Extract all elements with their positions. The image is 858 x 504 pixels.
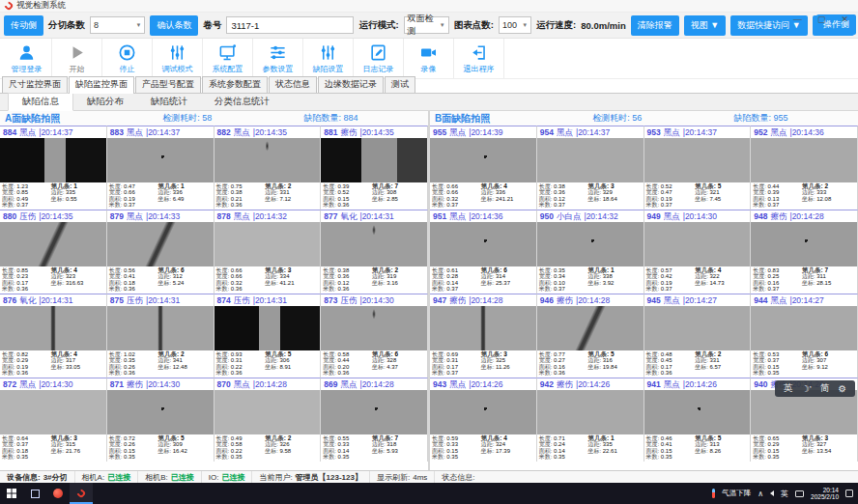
speaker-icon[interactable]: [770, 490, 774, 496]
action-tunev-button[interactable]: 缺陷设置: [303, 39, 354, 78]
action-tuneh-button[interactable]: 参数设置: [253, 39, 303, 78]
main-tab-3[interactable]: 系统参数配置: [202, 76, 268, 93]
ime-simplified-toggle[interactable]: 简: [820, 382, 830, 395]
defect-cell[interactable]: 946 擦伤 |20:14:28 长度: 0.77 宽度: 0.27 面积: 0…: [537, 294, 644, 378]
defect-cell[interactable]: 881 擦伤 |20:14:35 长度: 0.39 宽度: 0.52 面积: 0…: [321, 126, 428, 210]
main-tab-2[interactable]: 产品型号配置: [135, 76, 201, 93]
defect-cell[interactable]: 951 黑点 |20:14:36 长度: 0.61 宽度: 0.28 面积: 0…: [430, 210, 537, 294]
thermometer-icon: [712, 489, 715, 498]
drive-side-button[interactable]: 传动侧: [4, 15, 43, 36]
ime-indicator[interactable]: 英: [781, 489, 788, 499]
main-tab-6[interactable]: 测试: [385, 76, 415, 93]
minimize-button[interactable]: —: [793, 14, 802, 24]
strip-count-select[interactable]: 8▼: [90, 16, 145, 34]
defect-cell[interactable]: 954 黑点 |20:14:37 长度: 0.38 宽度: 0.36 面积: 0…: [537, 126, 644, 210]
action-stop-button[interactable]: 停止: [102, 39, 153, 78]
defect-time: |20:14:27: [683, 295, 717, 306]
defect-cell[interactable]: 953 黑点 |20:14:37 长度: 0.52 宽度: 0.47 面积: 0…: [644, 126, 752, 210]
defect-cell[interactable]: 949 黑点 |20:14:30 长度: 0.57 宽度: 0.42 面积: 0…: [644, 210, 752, 294]
clear-alarm-button[interactable]: 清除报警: [631, 15, 679, 36]
defect-cell[interactable]: 945 黑点 |20:14:27 长度: 0.48 宽度: 0.45 面积: 0…: [644, 294, 752, 378]
action-center-icon[interactable]: [845, 490, 853, 497]
action-journal-button[interactable]: 日志记录: [354, 39, 404, 78]
defect-cell[interactable]: 873 压伤 |20:14:30 长度: 0.58 宽度: 0.44 面积: 0…: [321, 294, 428, 378]
main-tab-1[interactable]: 缺陷监控界面: [69, 76, 134, 94]
main-tab-5[interactable]: 边缘数据记录: [318, 76, 384, 93]
taskbar-app-1[interactable]: [46, 483, 70, 504]
defect-cell[interactable]: 943 黑点 |20:14:26 长度: 0.59 宽度: 0.33 面积: 0…: [430, 378, 537, 462]
moon-icon[interactable]: ☽’: [801, 383, 812, 394]
defect-cell[interactable]: 870 黑点 |20:14:28 长度: 0.49 宽度: 0.58 面积: 0…: [214, 378, 322, 462]
defect-area: 面积: 0.16: [539, 364, 586, 371]
defect-cell[interactable]: 952 黑点 |20:14:36 长度: 0.44 宽度: 0.39 面积: 0…: [751, 126, 858, 210]
defect-cell[interactable]: 872 黑点 |20:14:30 长度: 0.64 宽度: 0.37 面积: 0…: [0, 378, 107, 462]
sub-tab-2[interactable]: 缺陷统计: [137, 94, 201, 110]
gear-icon[interactable]: ⚙: [838, 383, 846, 394]
defect-cell[interactable]: 880 压伤 |20:14:35 长度: 0.85 宽度: 0.23 面积: 0…: [0, 210, 107, 294]
taskbar-app-inspection[interactable]: [70, 483, 93, 504]
action-play-button[interactable]: 开始: [52, 39, 102, 78]
defect-cell[interactable]: 877 氧化 |20:14:31 长度: 0.38 宽度: 0.36 面积: 0…: [321, 210, 428, 294]
defect-cell[interactable]: 955 黑点 |20:14:39 长度: 0.66 宽度: 0.66 面积: 0…: [430, 126, 537, 210]
panel-a-header: A面缺陷拍照 检测耗时: 58 缺陷数量: 884: [0, 111, 428, 126]
defect-width: 宽度: 0.33: [432, 441, 479, 448]
main-tab-4[interactable]: 状态信息: [269, 76, 317, 93]
maximize-button[interactable]: ▢: [817, 14, 826, 24]
task-view-button[interactable]: [23, 483, 46, 504]
defect-id: 881: [324, 127, 337, 138]
sub-tab-0[interactable]: 缺陷信息: [8, 93, 73, 111]
defect-cell[interactable]: 883 黑点 |20:14:37 长度: 0.47 宽度: 0.66 面积: 0…: [107, 126, 214, 210]
sub-tab-1[interactable]: 缺陷分布: [73, 94, 137, 110]
defect-cell[interactable]: 947 擦伤 |20:14:28 长度: 0.69 宽度: 0.31 面积: 0…: [430, 294, 537, 378]
keyboard-icon[interactable]: [795, 490, 804, 497]
defect-area: 面积: 0.17: [646, 364, 694, 371]
run-mode-select[interactable]: 双面检测▼: [404, 16, 449, 34]
defect-cell[interactable]: 869 黑点 |20:14:28 长度: 0.55 宽度: 0.33 面积: 0…: [321, 378, 428, 462]
defect-cell[interactable]: 948 擦伤 |20:14:28 长度: 0.83 宽度: 0.25 面积: 0…: [751, 210, 858, 294]
defect-cell[interactable]: 884 黑点 |20:14:37 长度: 1.23 宽度: 0.85 面积: 0…: [0, 126, 107, 210]
action-tunev-button[interactable]: 调试模式: [153, 39, 203, 78]
defect-cell[interactable]: 874 压伤 |20:14:31 长度: 0.93 宽度: 0.31 面积: 0…: [214, 294, 322, 378]
defect-cell[interactable]: 944 黑点 |20:14:27 长度: 0.53 宽度: 0.37 面积: 0…: [751, 294, 858, 378]
defect-cell[interactable]: 871 擦伤 |20:14:30 长度: 0.72 宽度: 0.26 面积: 0…: [107, 378, 214, 462]
taskbar-clock[interactable]: 20:14 2025/2/10: [811, 487, 839, 501]
ime-float-bar[interactable]: 英 ☽’ 简 ⚙: [775, 380, 855, 397]
defect-edge-distance: 边距: 306: [265, 357, 318, 364]
roll-number-input[interactable]: 3117-1: [226, 16, 354, 34]
defect-metrics-left: 长度: 0.55 宽度: 0.33 面积: 0.14 米数: 0.35: [323, 435, 370, 461]
action-exit-button[interactable]: 退出程序: [454, 39, 504, 78]
action-label: 缺陷设置: [313, 64, 344, 74]
sub-tab-3[interactable]: 分类信息统计: [201, 94, 283, 110]
defect-type: 压伤: [234, 295, 250, 306]
close-button[interactable]: ✕: [841, 14, 848, 24]
chart-points-select[interactable]: 100▼: [499, 16, 531, 34]
defect-cell[interactable]: 942 擦伤 |20:14:26 长度: 0.71 宽度: 0.24 面积: 0…: [537, 378, 644, 462]
defect-image: [0, 390, 106, 434]
hidden-icons-chevron[interactable]: ∧: [758, 490, 763, 498]
confirm-count-button[interactable]: 确认条数: [150, 15, 198, 36]
weather-text[interactable]: 气温下降: [722, 489, 751, 498]
defect-cell[interactable]: 875 压伤 |20:14:31 长度: 1.02 宽度: 0.35 面积: 0…: [107, 294, 214, 378]
action-user-button[interactable]: 管理登录: [2, 39, 52, 78]
defect-cell[interactable]: 878 黑点 |20:14:32 长度: 0.66 宽度: 0.66 面积: 0…: [214, 210, 322, 294]
action-camera-button[interactable]: 录像: [404, 39, 454, 78]
defect-width: 宽度: 0.47: [646, 189, 694, 196]
defect-image: [214, 306, 321, 350]
defect-cell[interactable]: 950 小白点 |20:14:32 长度: 0.35 宽度: 0.34 面积: …: [537, 210, 644, 294]
defect-cell[interactable]: 876 氧化 |20:14:31 长度: 0.82 宽度: 0.29 面积: 0…: [0, 294, 107, 378]
defect-cell-header: 943 黑点 |20:14:26: [430, 378, 536, 390]
panel-title: A面缺陷拍照: [0, 112, 162, 126]
defect-type: 黑点: [449, 127, 466, 138]
view-menu-button[interactable]: 视图 ▼: [684, 15, 726, 36]
defect-metrics-left: 长度: 1.23 宽度: 0.85 面积: 0.49 米数: 0.37: [2, 183, 49, 209]
defect-area: 面积: 0.22: [216, 364, 264, 371]
defect-cell[interactable]: 879 黑点 |20:14:33 长度: 0.56 宽度: 0.41 面积: 0…: [107, 210, 214, 294]
defect-cell-header: 944 黑点 |20:14:27: [751, 294, 857, 306]
ime-english-toggle[interactable]: 英: [784, 382, 793, 395]
defect-cell[interactable]: 882 黑点 |20:14:35 长度: 0.75 宽度: 0.38 面积: 0…: [214, 126, 322, 210]
main-tab-0[interactable]: 尺寸监控界面: [2, 76, 68, 93]
start-button[interactable]: [0, 483, 23, 504]
defect-time: |20:14:37: [146, 127, 180, 138]
defect-cell[interactable]: 941 黑点 |20:14:26 长度: 0.46 宽度: 0.41 面积: 0…: [644, 378, 752, 462]
action-monitor-button[interactable]: 系统配置: [203, 39, 253, 78]
